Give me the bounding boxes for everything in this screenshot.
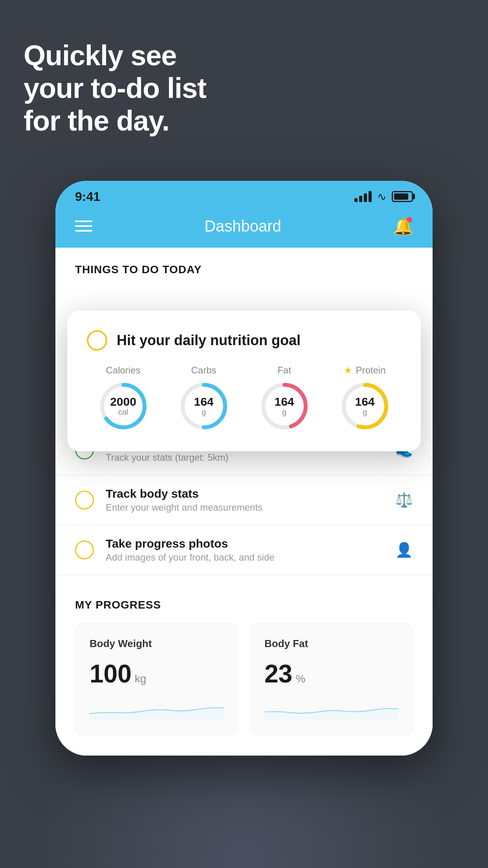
status-icons: ∿	[354, 190, 413, 203]
body-fat-card[interactable]: Body Fat 23 %	[250, 623, 413, 736]
todo-desc-body-stats: Enter your weight and measurements	[106, 502, 383, 513]
header-title: Dashboard	[204, 217, 281, 235]
fat-value: 164	[274, 396, 294, 408]
body-weight-unit: kg	[135, 673, 147, 685]
stat-carbs: Carbs 164 g	[178, 365, 229, 432]
body-fat-value: 23	[264, 659, 292, 688]
body-fat-chart	[264, 700, 398, 720]
todo-circle-body-stats	[75, 491, 94, 509]
calories-value: 2000	[110, 396, 136, 408]
todo-desc-photos: Add images of your front, back, and side	[106, 552, 383, 563]
protein-unit: g	[355, 408, 374, 417]
protein-ring: 164 g	[339, 381, 391, 432]
carbs-ring: 164 g	[178, 381, 229, 432]
nutrition-stats: Calories 2000 cal Carbs	[87, 365, 401, 432]
carbs-unit: g	[194, 408, 213, 417]
todo-name-body-stats: Track body stats	[106, 487, 383, 500]
progress-cards: Body Weight 100 kg Body Fat 23 %	[75, 623, 413, 736]
todo-name-photos: Take progress photos	[106, 537, 383, 550]
calories-label: Calories	[106, 365, 140, 376]
fat-unit: g	[274, 408, 294, 417]
body-weight-title: Body Weight	[90, 638, 224, 650]
calories-unit: cal	[110, 408, 136, 417]
carbs-value: 164	[194, 396, 213, 408]
phone-mockup: 9:41 ∿ Dashboard 🔔 THINGS TO DO TODAY	[55, 181, 433, 756]
nutrition-card: Hit your daily nutrition goal Calories 2…	[67, 311, 421, 451]
nutrition-card-header: Hit your daily nutrition goal	[87, 330, 401, 351]
protein-value: 164	[355, 396, 374, 408]
body-fat-title: Body Fat	[264, 638, 398, 650]
headline: Quickly see your to-do list for the day.	[24, 39, 206, 137]
things-section-header: THINGS TO DO TODAY	[55, 248, 433, 284]
todo-item-photos[interactable]: Take progress photos Add images of your …	[55, 525, 433, 575]
fat-ring: 164 g	[259, 381, 310, 432]
status-time: 9:41	[75, 189, 100, 204]
status-bar: 9:41 ∿	[55, 181, 433, 208]
nutrition-check-circle	[87, 330, 107, 351]
scale-icon: ⚖️	[395, 492, 413, 508]
stat-calories: Calories 2000 cal	[98, 365, 149, 432]
todo-circle-photos	[75, 541, 94, 559]
nutrition-title: Hit your daily nutrition goal	[117, 332, 301, 349]
progress-header: MY PROGRESS	[75, 599, 413, 611]
notification-badge	[407, 217, 412, 223]
battery-icon	[392, 191, 413, 202]
todo-desc-running: Track your stats (target: 5km)	[106, 452, 383, 463]
fat-label: Fat	[277, 365, 291, 376]
body-weight-chart	[90, 700, 224, 720]
protein-label: ★ Protein	[344, 365, 385, 376]
photo-icon: 👤	[395, 542, 413, 558]
menu-button[interactable]	[75, 221, 92, 232]
wifi-icon: ∿	[377, 190, 386, 203]
stat-fat: Fat 164 g	[259, 365, 310, 432]
stat-protein: ★ Protein 164 g	[339, 365, 391, 432]
todo-item-body-stats[interactable]: Track body stats Enter your weight and m…	[55, 475, 433, 525]
star-icon: ★	[344, 365, 352, 376]
body-fat-unit: %	[295, 673, 305, 685]
body-weight-value: 100	[90, 659, 132, 688]
progress-section: MY PROGRESS Body Weight 100 kg Body Fat	[55, 575, 433, 756]
app-header: Dashboard 🔔	[55, 208, 433, 248]
calories-ring: 2000 cal	[98, 381, 149, 432]
notification-button[interactable]: 🔔	[393, 216, 413, 236]
body-weight-card[interactable]: Body Weight 100 kg	[75, 623, 238, 736]
signal-icon	[354, 191, 372, 202]
carbs-label: Carbs	[191, 365, 216, 376]
